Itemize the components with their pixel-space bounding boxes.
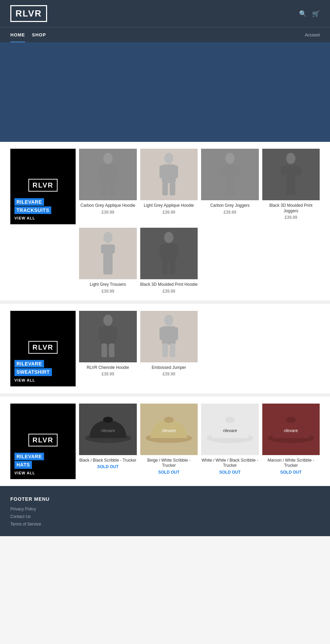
svg-rect-11 — [170, 181, 175, 195]
search-icon[interactable]: 🔍 — [299, 10, 307, 18]
sweatshirts-banner[interactable]: RLVR RILEVARE SWEATSHIRT VIEW ALL — [10, 311, 76, 386]
svg-text:rilevare: rilevare — [162, 428, 176, 433]
header-icons: 🔍 🛒 — [299, 10, 320, 18]
product-card[interactable]: rilevare Maroon / White Scribble - Truck… — [262, 404, 320, 475]
hat-image-svg: rilevare — [206, 407, 254, 451]
product-card[interactable]: RLVR Chennile Hoodie £39.99 — [79, 311, 137, 377]
nav-item-shop[interactable]: SHOP — [32, 27, 46, 42]
footer-menu-title: FOOTER MENU — [10, 496, 320, 502]
section-divider — [0, 393, 330, 397]
svg-rect-5 — [109, 181, 114, 195]
product-price: £39.99 — [79, 289, 137, 294]
product-card[interactable]: Embossed Jumper £39.99 — [140, 311, 198, 377]
product-name: White / White / Black Scribble - Trucker — [201, 458, 259, 468]
sold-out-badge: SOLD OUT — [201, 470, 259, 475]
tracksuits-section: RLVR RILEVARE TRACKSUITS VIEW ALL Carbon… — [0, 142, 330, 301]
product-image-svg — [85, 313, 131, 360]
product-card[interactable]: rilevare Beige / White Scribble - Trucke… — [140, 404, 198, 475]
banner-title-sweatshirts-1: RILEVARE — [14, 360, 44, 368]
banner-title-hats-1: RILEVARE — [14, 453, 44, 460]
banner-title-hats-2: HATS — [14, 461, 32, 468]
svg-rect-9 — [174, 165, 178, 178]
product-image: rilevare — [262, 404, 320, 455]
product-image-svg — [85, 151, 131, 198]
product-image: rilevare — [79, 404, 137, 455]
banner-title-line2-tracksuits: TRACKSUITS — [14, 206, 51, 214]
svg-rect-27 — [160, 244, 164, 257]
product-price: £39.99 — [79, 210, 137, 215]
product-card[interactable]: Light Grey Applique Hoodie £39.99 — [140, 149, 198, 215]
product-card[interactable]: Light Grey Trousers £39.99 — [79, 228, 137, 294]
sold-out-badge: SOLD OUT — [79, 464, 137, 469]
svg-rect-13 — [225, 172, 234, 195]
svg-rect-23 — [103, 251, 112, 274]
svg-rect-15 — [220, 166, 224, 176]
svg-rect-33 — [99, 327, 103, 340]
sweatshirts-view-all[interactable]: VIEW ALL — [14, 378, 35, 382]
tracksuits-banner[interactable]: RLVR RILEVARE TRACKSUITS VIEW ALL — [10, 149, 76, 224]
product-name: Carbon Grey Joggers — [201, 203, 259, 208]
svg-rect-24 — [101, 244, 115, 253]
product-image — [140, 228, 198, 279]
nav-account[interactable]: Account — [305, 33, 320, 37]
svg-point-6 — [164, 153, 174, 164]
header: RLVR 🔍 🛒 — [0, 0, 330, 27]
svg-point-22 — [103, 232, 112, 243]
product-name: RLVR Chennile Hoodie — [79, 365, 137, 371]
product-image: rilevare — [201, 404, 259, 455]
logo[interactable]: RLVR — [10, 5, 47, 22]
tracksuits-grid-row2: Light Grey Trousers £39.99 Black 3D Moul… — [10, 224, 320, 294]
svg-rect-35 — [101, 343, 107, 358]
svg-rect-18 — [286, 172, 296, 195]
nav-item-home[interactable]: HOME — [10, 27, 25, 42]
svg-rect-39 — [160, 327, 164, 340]
svg-text:rilevare: rilevare — [101, 428, 115, 433]
product-card[interactable]: rilevare Black / Black Scribble - Trucke… — [79, 404, 137, 470]
product-image — [201, 149, 259, 200]
product-name: Light Grey Trousers — [79, 282, 137, 287]
svg-rect-3 — [112, 165, 117, 178]
svg-rect-42 — [170, 343, 175, 358]
tracksuits-grid-row1: RLVR RILEVARE TRACKSUITS VIEW ALL Carbon… — [10, 149, 320, 224]
banner-logo-tracksuits: RLVR — [29, 179, 58, 192]
product-card[interactable]: Black 3D Moulded Print Hoodie £39.99 — [140, 228, 198, 294]
svg-point-25 — [164, 232, 174, 243]
svg-rect-4 — [101, 181, 107, 195]
banner-title-sweatshirts-2: SWEATSHIRT — [14, 368, 52, 376]
svg-rect-16 — [235, 166, 240, 176]
product-image — [79, 228, 137, 279]
svg-point-47 — [164, 417, 174, 423]
svg-point-17 — [286, 153, 296, 164]
product-name: Carbon Grey Applique Hoodie — [79, 203, 137, 208]
product-image-svg — [146, 230, 192, 277]
footer-link-terms[interactable]: Terms of Service — [10, 522, 320, 527]
banner-logo-hats: RLVR — [29, 433, 58, 446]
cart-icon[interactable]: 🛒 — [312, 10, 320, 18]
tracksuits-view-all[interactable]: VIEW ALL — [14, 216, 35, 220]
product-card[interactable]: rilevare White / White / Black Scribble … — [201, 404, 259, 475]
product-price: £39.99 — [140, 372, 198, 376]
hats-view-all[interactable]: VIEW ALL — [14, 471, 35, 475]
product-price: £39.99 — [262, 215, 320, 220]
footer: FOOTER MENU Privacy Policy Contact Us Te… — [0, 486, 330, 536]
product-image — [79, 149, 137, 200]
product-image-svg — [146, 151, 192, 198]
footer-link-contact[interactable]: Contact Us — [10, 514, 320, 519]
product-card[interactable]: Carbon Grey Joggers £39.99 — [201, 149, 259, 215]
svg-rect-21 — [296, 166, 301, 176]
product-price: £39.99 — [140, 289, 198, 294]
svg-rect-28 — [174, 244, 178, 257]
product-name: Maroon / White Scribble - Trucker — [262, 458, 320, 468]
navigation: HOME SHOP Account — [0, 27, 330, 42]
product-image — [140, 149, 198, 200]
product-image-svg — [146, 313, 192, 360]
hats-grid: RLVR RILEVARE HATS VIEW ALL rilevare Bla… — [10, 404, 320, 479]
hero-banner — [0, 42, 330, 142]
sold-out-badge: SOLD OUT — [140, 470, 198, 475]
product-card[interactable]: Black 3D Moulded Print Joggers £39.99 — [262, 149, 320, 220]
product-card[interactable]: Carbon Grey Applique Hoodie £39.99 — [79, 149, 137, 215]
svg-rect-10 — [162, 181, 168, 195]
footer-link-privacy[interactable]: Privacy Policy — [10, 507, 320, 511]
hats-banner[interactable]: RLVR RILEVARE HATS VIEW ALL — [10, 404, 76, 479]
nav-left: HOME SHOP — [10, 27, 46, 42]
